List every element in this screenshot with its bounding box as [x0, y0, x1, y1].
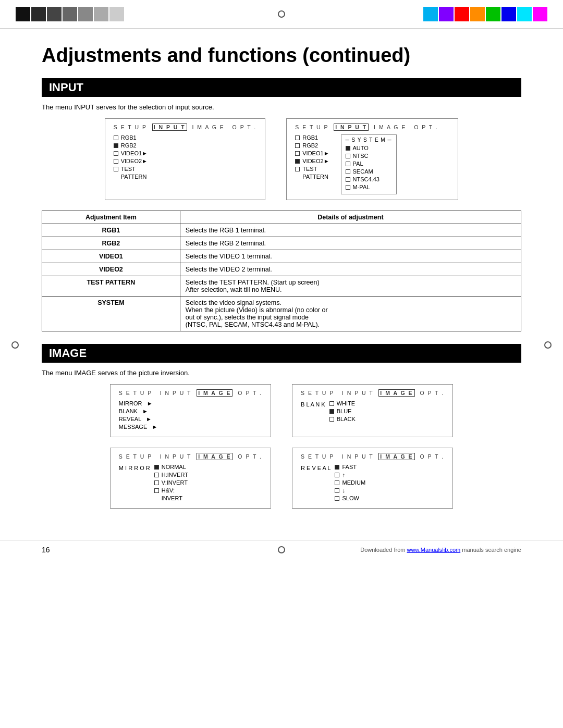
image-section: IMAGE The menu IMAGE serves of the pictu… [42, 344, 521, 509]
checkbox-rgb2-r [295, 143, 300, 148]
blank-white: WHITE [329, 400, 356, 406]
reveal-label: R E V E A L [301, 465, 331, 471]
menu-item-pattern: PATTERN [114, 174, 257, 180]
system-auto: AUTO [346, 145, 392, 151]
table-row: RGB2 Selects the RGB 2 terminal. [42, 237, 521, 250]
system-submenu: ─ S Y S T E M ─ AUTO NTSC PAL [341, 134, 397, 194]
mirror-item: MIRROR ► [119, 400, 262, 406]
reveal-submenu-inner: R E V E A L FAST ↑ MEDIUM [301, 464, 444, 503]
color-block [109, 7, 124, 21]
checkbox-mpal [346, 185, 350, 190]
table-cell-item: TEST PATTERN [42, 276, 180, 297]
reveal-item: REVEAL ► [119, 416, 262, 422]
table-cell-item: VIDEO1 [42, 250, 180, 263]
checkbox-vinvert [154, 480, 159, 485]
menu-title-left: S E T U P I N P U T I M A G E O P T . [114, 124, 257, 130]
checkbox-ntsc [346, 154, 350, 158]
image-menu-bottom-left: S E T U P I N P U T I M A G E O P T . M … [110, 448, 271, 509]
checkbox-video2 [114, 159, 118, 164]
menu-item-video1-r: VIDEO1► [295, 150, 329, 156]
checkbox-down [335, 488, 339, 493]
system-mpal: M-PAL [346, 184, 392, 190]
image-menu-top-row: S E T U P I N P U T I M A G E O P T . MI… [42, 384, 521, 437]
page-content: Adjustments and functions (continued) IN… [0, 29, 563, 540]
blank-submenu-inner: B L A N K WHITE BLUE BLACK [301, 400, 444, 424]
reveal-fast: FAST [335, 464, 365, 470]
page-title: Adjustments and functions (continued) [42, 44, 521, 67]
top-bar [0, 0, 563, 29]
menu-item-pattern-r: PATTERN [295, 174, 329, 180]
bottom-registration-mark [278, 546, 285, 553]
image-section-header: IMAGE [42, 344, 521, 363]
table-cell-detail: Selects the VIDEO 2 terminal. [180, 263, 521, 276]
color-block [63, 7, 77, 21]
adjustment-table: Adjustment Item Details of adjustment RG… [42, 211, 521, 331]
menu-item-video2: VIDEO2► [114, 158, 257, 164]
checkbox-test [114, 167, 118, 171]
menu-item-rgb1: RGB1 [114, 134, 257, 141]
color-block [16, 7, 30, 21]
reveal-options: FAST ↑ MEDIUM ↓ [335, 464, 365, 503]
table-row: RGB1 Selects the RGB 1 terminal. [42, 224, 521, 237]
checkbox-pal [346, 162, 350, 166]
table-row: TEST PATTERN Selects the TEST PATTERN. (… [42, 276, 521, 297]
checkbox-blue [329, 409, 334, 414]
footer-link[interactable]: www.Manualslib.com [407, 547, 460, 553]
color-block [486, 7, 500, 21]
menu-item-test: TEST [114, 166, 257, 172]
input-menu-right-inner: RGB1 RGB2 VIDEO1► VIDEO2► [295, 134, 449, 194]
checkbox-secam [346, 169, 350, 174]
image-menu-bottom-right: S E T U P I N P U T I M A G E O P T . R … [292, 448, 453, 509]
system-secam: SECAM [346, 168, 392, 175]
checkbox-rgb2 [114, 143, 118, 148]
color-block [533, 7, 547, 21]
reveal-slow: SLOW [335, 495, 365, 501]
table-cell-detail: Selects the VIDEO 1 terminal. [180, 250, 521, 263]
blank-blue: BLUE [329, 408, 356, 414]
system-ntsc: NTSC [346, 153, 392, 159]
page-number: 16 [42, 546, 50, 554]
checkbox-video1-r [295, 151, 300, 156]
color-block [455, 7, 469, 21]
side-registration-mark-right [544, 341, 552, 349]
message-item: MESSAGE ► [119, 424, 262, 430]
blank-black: BLACK [329, 416, 356, 422]
table-cell-detail: Selects the RGB 2 terminal. [180, 237, 521, 250]
checkbox-hv [154, 488, 159, 493]
color-block [47, 7, 62, 21]
color-strip-left [16, 7, 124, 21]
mirror-options: NORMAL H:INVERT V:INVERT H&V: [154, 464, 188, 503]
system-box-title: ─ S Y S T E M ─ [346, 137, 392, 143]
color-block [94, 7, 108, 21]
menu-item-rgb2: RGB2 [114, 142, 257, 149]
mirror-invert: INVERT [154, 495, 188, 501]
menu-title-right: S E T U P I N P U T I M A G E O P T . [295, 124, 449, 130]
input-section-description: The menu INPUT serves for the selection … [42, 103, 521, 111]
menu-item-rgb2-r: RGB2 [295, 142, 329, 149]
color-block [31, 7, 46, 21]
image-menu-bottom-row: S E T U P I N P U T I M A G E O P T . M … [42, 448, 521, 509]
bottom-bar: 16 Downloaded from www.Manualslib.com ma… [0, 540, 563, 559]
menu-item-video1: VIDEO1► [114, 150, 257, 156]
system-ntsc443: NTSC4.43 [346, 176, 392, 182]
footer-suffix: manuals search engine [462, 547, 521, 553]
table-cell-item: VIDEO2 [42, 263, 180, 276]
menu-item-video2-r: VIDEO2► [295, 158, 329, 164]
checkbox-normal [154, 465, 159, 470]
reveal-up-arrow: ↑ [335, 472, 365, 478]
checkbox-slow [335, 496, 339, 501]
color-block [501, 7, 516, 21]
center-registration-mark [278, 10, 285, 18]
table-cell-detail: Selects the RGB 1 terminal. [180, 224, 521, 237]
table-row: SYSTEM Selects the video signal systems.… [42, 297, 521, 331]
table-header-detail: Details of adjustment [180, 211, 521, 224]
table-row: VIDEO2 Selects the VIDEO 2 terminal. [42, 263, 521, 276]
table-cell-detail: Selects the TEST PATTERN. (Start up scre… [180, 276, 521, 297]
table-row: VIDEO1 Selects the VIDEO 1 terminal. [42, 250, 521, 263]
footer-text: Downloaded from www.Manualslib.com manua… [360, 547, 521, 553]
checkbox-video1 [114, 151, 118, 156]
checkbox-white [329, 401, 334, 406]
image-menu-br-title: S E T U P I N P U T I M A G E O P T . [301, 453, 444, 460]
blank-item: BLANK ► [119, 408, 262, 414]
checkbox-black [329, 417, 334, 422]
